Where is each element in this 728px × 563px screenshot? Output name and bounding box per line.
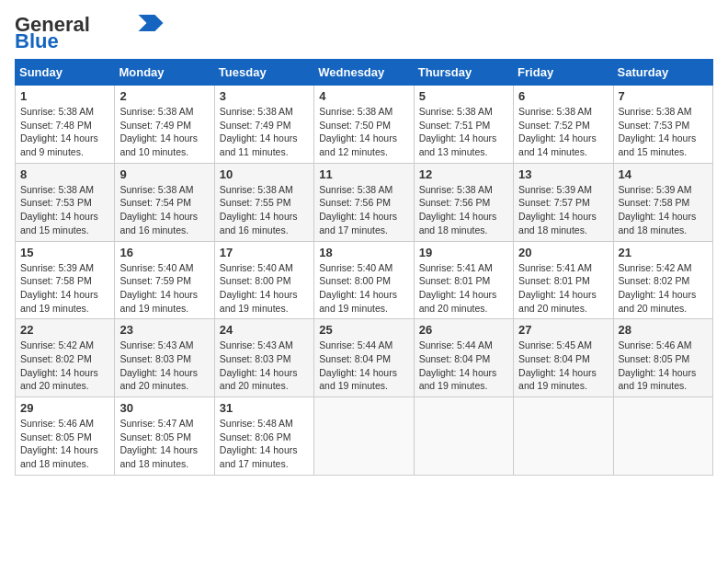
calendar-cell: 24 Sunrise: 5:43 AM Sunset: 8:03 PM Dayl… xyxy=(214,319,313,397)
day-header-wednesday: Wednesday xyxy=(314,60,414,86)
calendar-cell: 31 Sunrise: 5:48 AM Sunset: 8:06 PM Dayl… xyxy=(214,397,313,476)
day-number: 18 xyxy=(319,246,408,259)
calendar-cell: 2 Sunrise: 5:38 AM Sunset: 7:49 PM Dayli… xyxy=(115,86,214,164)
calendar-cell: 15 Sunrise: 5:39 AM Sunset: 7:58 PM Dayl… xyxy=(16,241,115,319)
calendar-cell xyxy=(314,397,414,476)
day-number: 21 xyxy=(619,246,708,259)
day-header-tuesday: Tuesday xyxy=(214,60,313,86)
day-info: Sunrise: 5:45 AM Sunset: 8:04 PM Dayligh… xyxy=(518,339,608,393)
calendar-cell xyxy=(613,397,712,476)
calendar-cell: 1 Sunrise: 5:38 AM Sunset: 7:48 PM Dayli… xyxy=(16,86,115,164)
day-number: 19 xyxy=(419,246,508,259)
calendar-cell: 19 Sunrise: 5:41 AM Sunset: 8:01 PM Dayl… xyxy=(414,241,513,319)
calendar-cell: 13 Sunrise: 5:39 AM Sunset: 7:57 PM Dayl… xyxy=(514,163,613,241)
day-number: 30 xyxy=(119,401,209,415)
calendar-cell: 3 Sunrise: 5:38 AM Sunset: 7:49 PM Dayli… xyxy=(214,86,313,164)
day-number: 9 xyxy=(119,167,209,181)
day-info: Sunrise: 5:42 AM Sunset: 8:02 PM Dayligh… xyxy=(20,339,109,393)
calendar-cell: 22 Sunrise: 5:42 AM Sunset: 8:02 PM Dayl… xyxy=(16,319,115,397)
svg-marker-0 xyxy=(138,15,163,31)
day-header-thursday: Thursday xyxy=(414,60,513,86)
calendar-cell: 23 Sunrise: 5:43 AM Sunset: 8:03 PM Dayl… xyxy=(115,319,214,397)
calendar-cell: 18 Sunrise: 5:40 AM Sunset: 8:00 PM Dayl… xyxy=(314,241,414,319)
day-header-saturday: Saturday xyxy=(613,60,712,86)
day-info: Sunrise: 5:46 AM Sunset: 8:05 PM Dayligh… xyxy=(619,339,708,393)
day-header-sunday: Sunday xyxy=(16,60,115,86)
day-number: 5 xyxy=(419,89,508,103)
day-number: 11 xyxy=(319,167,408,181)
day-number: 10 xyxy=(220,167,309,181)
day-info: Sunrise: 5:43 AM Sunset: 8:03 PM Dayligh… xyxy=(119,339,209,393)
calendar-cell xyxy=(514,397,613,476)
day-info: Sunrise: 5:38 AM Sunset: 7:49 PM Dayligh… xyxy=(220,105,309,159)
day-header-monday: Monday xyxy=(115,60,214,86)
day-number: 13 xyxy=(518,167,608,181)
day-number: 6 xyxy=(518,89,608,103)
day-info: Sunrise: 5:41 AM Sunset: 8:01 PM Dayligh… xyxy=(419,261,508,316)
calendar-cell: 28 Sunrise: 5:46 AM Sunset: 8:05 PM Dayl… xyxy=(613,319,712,397)
day-number: 1 xyxy=(20,89,109,103)
day-info: Sunrise: 5:44 AM Sunset: 8:04 PM Dayligh… xyxy=(419,339,508,393)
day-info: Sunrise: 5:38 AM Sunset: 7:52 PM Dayligh… xyxy=(518,105,608,159)
day-number: 8 xyxy=(20,167,109,181)
day-number: 23 xyxy=(119,323,209,337)
calendar-cell: 9 Sunrise: 5:38 AM Sunset: 7:54 PM Dayli… xyxy=(115,163,214,241)
day-number: 3 xyxy=(220,89,309,103)
calendar-cell: 30 Sunrise: 5:47 AM Sunset: 8:05 PM Dayl… xyxy=(115,397,214,476)
day-number: 27 xyxy=(518,323,608,337)
day-number: 22 xyxy=(20,323,109,337)
day-number: 26 xyxy=(419,323,508,337)
day-info: Sunrise: 5:38 AM Sunset: 7:49 PM Dayligh… xyxy=(119,105,209,159)
calendar-week-row: 1 Sunrise: 5:38 AM Sunset: 7:48 PM Dayli… xyxy=(16,86,713,164)
day-number: 31 xyxy=(220,401,309,415)
logo-arrow-icon xyxy=(138,15,164,31)
day-info: Sunrise: 5:39 AM Sunset: 7:58 PM Dayligh… xyxy=(20,261,109,316)
day-number: 7 xyxy=(619,89,708,103)
day-number: 15 xyxy=(20,246,109,259)
calendar-header-row: SundayMondayTuesdayWednesdayThursdayFrid… xyxy=(16,60,713,86)
day-number: 2 xyxy=(119,89,209,103)
calendar-cell: 29 Sunrise: 5:46 AM Sunset: 8:05 PM Dayl… xyxy=(16,397,115,476)
day-number: 24 xyxy=(220,323,309,337)
calendar-table: SundayMondayTuesdayWednesdayThursdayFrid… xyxy=(15,59,713,476)
day-number: 14 xyxy=(619,167,708,181)
day-info: Sunrise: 5:42 AM Sunset: 8:02 PM Dayligh… xyxy=(619,261,708,316)
day-info: Sunrise: 5:40 AM Sunset: 7:59 PM Dayligh… xyxy=(119,261,209,316)
day-info: Sunrise: 5:38 AM Sunset: 7:55 PM Dayligh… xyxy=(220,183,309,237)
day-info: Sunrise: 5:40 AM Sunset: 8:00 PM Dayligh… xyxy=(319,261,408,316)
day-info: Sunrise: 5:48 AM Sunset: 8:06 PM Dayligh… xyxy=(220,417,309,471)
day-number: 28 xyxy=(619,323,708,337)
day-info: Sunrise: 5:38 AM Sunset: 7:53 PM Dayligh… xyxy=(20,183,109,237)
calendar-cell: 7 Sunrise: 5:38 AM Sunset: 7:53 PM Dayli… xyxy=(613,86,712,164)
day-info: Sunrise: 5:46 AM Sunset: 8:05 PM Dayligh… xyxy=(20,417,109,471)
calendar-cell: 12 Sunrise: 5:38 AM Sunset: 7:56 PM Dayl… xyxy=(414,163,513,241)
day-info: Sunrise: 5:41 AM Sunset: 8:01 PM Dayligh… xyxy=(518,261,608,316)
day-info: Sunrise: 5:38 AM Sunset: 7:56 PM Dayligh… xyxy=(419,183,508,237)
day-info: Sunrise: 5:38 AM Sunset: 7:51 PM Dayligh… xyxy=(419,105,508,159)
calendar-cell: 20 Sunrise: 5:41 AM Sunset: 8:01 PM Dayl… xyxy=(514,241,613,319)
logo-blue-text: Blue xyxy=(15,31,59,52)
day-info: Sunrise: 5:38 AM Sunset: 7:48 PM Dayligh… xyxy=(20,105,109,159)
day-number: 29 xyxy=(20,401,109,415)
day-number: 25 xyxy=(319,323,408,337)
calendar-cell: 11 Sunrise: 5:38 AM Sunset: 7:56 PM Dayl… xyxy=(314,163,414,241)
day-info: Sunrise: 5:39 AM Sunset: 7:57 PM Dayligh… xyxy=(518,183,608,237)
calendar-cell: 16 Sunrise: 5:40 AM Sunset: 7:59 PM Dayl… xyxy=(115,241,214,319)
calendar-week-row: 8 Sunrise: 5:38 AM Sunset: 7:53 PM Dayli… xyxy=(16,163,713,241)
calendar-cell: 10 Sunrise: 5:38 AM Sunset: 7:55 PM Dayl… xyxy=(214,163,313,241)
calendar-cell: 21 Sunrise: 5:42 AM Sunset: 8:02 PM Dayl… xyxy=(613,241,712,319)
calendar-week-row: 22 Sunrise: 5:42 AM Sunset: 8:02 PM Dayl… xyxy=(16,319,713,397)
calendar-cell: 26 Sunrise: 5:44 AM Sunset: 8:04 PM Dayl… xyxy=(414,319,513,397)
page-header: General Blue xyxy=(15,15,713,52)
day-info: Sunrise: 5:43 AM Sunset: 8:03 PM Dayligh… xyxy=(220,339,309,393)
calendar-cell: 14 Sunrise: 5:39 AM Sunset: 7:58 PM Dayl… xyxy=(613,163,712,241)
day-number: 17 xyxy=(220,246,309,259)
day-info: Sunrise: 5:40 AM Sunset: 8:00 PM Dayligh… xyxy=(220,261,309,316)
day-info: Sunrise: 5:38 AM Sunset: 7:50 PM Dayligh… xyxy=(319,105,408,159)
calendar-cell: 8 Sunrise: 5:38 AM Sunset: 7:53 PM Dayli… xyxy=(16,163,115,241)
day-header-friday: Friday xyxy=(514,60,613,86)
day-info: Sunrise: 5:38 AM Sunset: 7:53 PM Dayligh… xyxy=(619,105,708,159)
calendar-cell: 17 Sunrise: 5:40 AM Sunset: 8:00 PM Dayl… xyxy=(214,241,313,319)
day-number: 16 xyxy=(119,246,209,259)
calendar-cell: 4 Sunrise: 5:38 AM Sunset: 7:50 PM Dayli… xyxy=(314,86,414,164)
